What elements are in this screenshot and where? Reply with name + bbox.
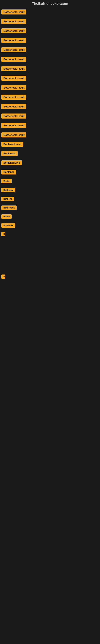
bottleneck-badge: Bottleneck result — [1, 104, 26, 109]
list-item[interactable] — [1, 267, 99, 271]
list-item[interactable]: Bottleneck result — [1, 57, 99, 62]
list-item[interactable]: Bottle — [1, 179, 99, 184]
list-item[interactable]: Bottleneck result — [1, 28, 99, 34]
list-item[interactable]: Bottlene — [1, 196, 99, 202]
list-item[interactable]: Bottleneck result — [1, 19, 99, 25]
bottleneck-badge: Bottle — [1, 179, 12, 183]
list-item[interactable] — [1, 317, 99, 320]
items-container: Bottleneck resultBottleneck resultBottle… — [0, 8, 100, 326]
site-title: TheBottlenecker.com — [0, 0, 100, 8]
list-item[interactable]: Bottleneck result — [1, 38, 99, 44]
list-item[interactable]: Bottleneck result — [1, 85, 99, 91]
list-item[interactable]: Bottleneck result — [1, 114, 99, 119]
list-item[interactable]: Bottlenec — [1, 223, 99, 228]
list-item[interactable]: Bottleneck — [1, 206, 99, 211]
bottleneck-badge: Bottlenec — [1, 170, 16, 174]
bottleneck-badge: Bottleneck result — [1, 57, 26, 62]
list-item[interactable]: Bottleneck result — [1, 104, 99, 110]
bottleneck-badge: Bottlenec — [1, 188, 15, 192]
list-item[interactable]: Bottle — [1, 214, 99, 220]
bottleneck-badge: Bottleneck result — [1, 10, 26, 14]
list-item[interactable]: Bottleneck result — [1, 47, 99, 53]
bottleneck-badge: Bottle — [1, 214, 12, 219]
list-item[interactable] — [1, 295, 99, 299]
list-item[interactable] — [1, 253, 99, 256]
bottleneck-badge: Bottleneck result — [1, 114, 26, 118]
list-item[interactable]: B — [1, 232, 99, 237]
bottleneck-badge: B — [1, 274, 5, 279]
bottleneck-badge: Bottleneck result — [1, 19, 26, 24]
bottleneck-badge: B — [1, 232, 5, 236]
list-item[interactable] — [1, 260, 99, 264]
list-item[interactable]: Bottlenec — [1, 188, 99, 193]
list-item[interactable]: Bottleneck result — [1, 94, 99, 100]
bottleneck-badge: Bottleneck result — [1, 66, 26, 71]
list-item[interactable]: Bottleneck res — [1, 160, 99, 166]
list-item[interactable] — [1, 310, 99, 313]
list-item[interactable]: Bottleneck result — [1, 76, 99, 82]
list-item[interactable]: Bottlenec — [1, 170, 99, 175]
list-item[interactable]: Bottleneck result — [1, 132, 99, 138]
spacer — [1, 241, 99, 253]
bottleneck-badge: Bottleneck — [1, 206, 17, 210]
bottleneck-badge: Bottleneck result — [1, 28, 26, 34]
bottleneck-badge: Bottleneck result — [1, 123, 26, 128]
list-item[interactable]: B — [1, 274, 99, 280]
bottleneck-badge: Bottleneck res — [1, 160, 22, 165]
list-item[interactable] — [1, 302, 99, 306]
list-item[interactable]: Bottleneck result — [1, 123, 99, 129]
site-title-bar: TheBottlenecker.com — [0, 0, 100, 8]
bottleneck-badge: Bottleneck — [1, 151, 18, 156]
spacer — [1, 283, 99, 295]
bottleneck-badge: Bottlenec — [1, 223, 15, 228]
bottleneck-badge: Bottlene — [1, 196, 14, 201]
bottleneck-badge: Bottleneck result — [1, 38, 26, 43]
list-item[interactable]: Bottleneck — [1, 151, 99, 157]
bottleneck-badge: Bottleneck resu — [1, 142, 23, 147]
bottleneck-badge: Bottleneck result — [1, 47, 26, 52]
bottleneck-badge: Bottleneck result — [1, 76, 26, 81]
bottleneck-badge: Bottleneck result — [1, 132, 26, 138]
list-item[interactable]: Bottleneck result — [1, 66, 99, 72]
bottleneck-badge: Bottleneck result — [1, 94, 26, 100]
list-item[interactable]: Bottleneck resu — [1, 142, 99, 148]
bottleneck-badge: Bottleneck result — [1, 85, 26, 90]
list-item[interactable]: Bottleneck result — [1, 10, 99, 15]
